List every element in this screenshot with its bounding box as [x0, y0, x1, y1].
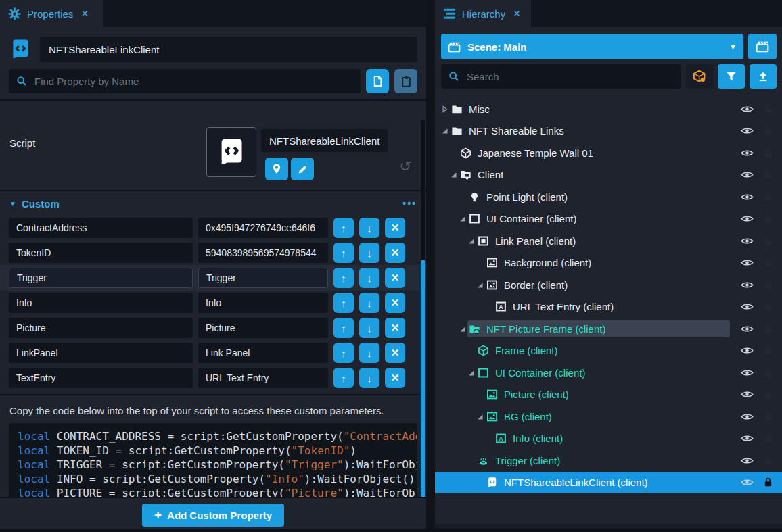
visibility-eye-icon[interactable] [741, 300, 754, 313]
lock-icon[interactable] [762, 213, 774, 224]
tab-hierarchy[interactable]: Hierarchy ✕ [435, 0, 531, 27]
visibility-eye-icon[interactable] [741, 454, 754, 467]
delete-property-button[interactable]: ✕ [385, 318, 405, 338]
find-in-project-button[interactable] [265, 158, 288, 180]
expanded-caret-icon[interactable] [440, 126, 449, 135]
custom-property-row[interactable]: InfoInfo↑↓✕ [9, 293, 417, 313]
panel-divider[interactable] [426, 0, 435, 532]
visibility-eye-icon[interactable] [741, 103, 754, 116]
edit-script-button[interactable] [291, 158, 314, 180]
move-up-button[interactable]: ↑ [334, 268, 354, 288]
move-up-button[interactable]: ↑ [334, 343, 354, 363]
visibility-eye-icon[interactable] [741, 212, 754, 225]
lock-icon[interactable] [762, 323, 774, 335]
lock-icon[interactable] [762, 455, 774, 466]
lock-icon[interactable] [762, 257, 774, 268]
property-name-field[interactable]: TokenID [9, 243, 193, 263]
move-up-button[interactable]: ↑ [334, 293, 354, 313]
move-down-button[interactable]: ↓ [359, 268, 380, 288]
visibility-eye-icon[interactable] [741, 235, 754, 247]
move-up-button[interactable]: ↑ [334, 318, 354, 338]
reset-icon[interactable]: ↺ [399, 159, 411, 173]
move-up-button[interactable]: ↑ [334, 218, 354, 238]
expanded-caret-icon[interactable] [467, 237, 476, 245]
visibility-eye-icon[interactable] [741, 432, 754, 445]
property-name-field[interactable]: Picture [9, 318, 193, 338]
close-icon[interactable]: ✕ [513, 8, 521, 19]
lock-icon[interactable] [762, 433, 774, 444]
expanded-caret-icon[interactable] [458, 324, 467, 333]
property-value-field[interactable]: 0x495f947276749ce646f6 [198, 218, 328, 238]
custom-property-row[interactable]: ContractAddress0x495f947276749ce646f6↑↓✕ [9, 218, 417, 238]
tree-row[interactable]: BG (client) [435, 406, 782, 428]
property-value-field[interactable]: Picture [198, 318, 328, 338]
visibility-eye-icon[interactable] [741, 147, 754, 160]
visibility-eye-icon[interactable] [741, 191, 754, 203]
lock-icon[interactable] [762, 477, 774, 488]
delete-property-button[interactable]: ✕ [385, 218, 405, 238]
tree-row[interactable]: Japanese Temple Wall 01 [435, 142, 782, 164]
scene-manager-button[interactable] [748, 34, 777, 59]
lock-icon[interactable] [762, 169, 774, 180]
lock-icon[interactable] [762, 147, 774, 159]
delete-property-button[interactable]: ✕ [385, 243, 405, 263]
properties-scrollbar[interactable] [421, 260, 426, 497]
tree-row[interactable]: AInfo (client) [435, 428, 782, 450]
script-thumbnail[interactable] [206, 127, 256, 177]
add-custom-property-button[interactable]: + Add Custom Property [142, 504, 284, 527]
custom-property-row[interactable]: PicturePicture↑↓✕ [9, 318, 417, 338]
property-name-field[interactable]: TextEntry [9, 368, 193, 388]
tree-row[interactable]: UI Container (client) [435, 208, 782, 231]
move-down-button[interactable]: ↓ [359, 368, 380, 388]
visibility-eye-icon[interactable] [741, 322, 754, 335]
lock-icon[interactable] [762, 389, 774, 400]
lock-icon[interactable] [762, 345, 774, 356]
visibility-eye-icon[interactable] [741, 366, 754, 379]
visibility-eye-icon[interactable] [741, 388, 754, 401]
tree-row[interactable]: Trigger (client) [435, 450, 782, 472]
move-down-button[interactable]: ↓ [359, 343, 380, 363]
expanded-caret-icon[interactable] [476, 412, 484, 421]
visibility-eye-icon[interactable] [741, 124, 754, 137]
paste-properties-button[interactable] [394, 69, 417, 93]
custom-property-row[interactable]: LinkPanelLink Panel↑↓✕ [9, 343, 417, 363]
property-value-field[interactable]: Trigger [198, 268, 328, 288]
lock-icon[interactable] [762, 235, 774, 247]
lock-icon[interactable] [762, 279, 774, 291]
property-name-field[interactable]: Info [9, 293, 193, 313]
move-down-button[interactable]: ↓ [359, 243, 380, 263]
tree-row[interactable]: UI Container (client) [435, 362, 782, 384]
tree-row[interactable]: Border (client) [435, 274, 782, 296]
object-name-input[interactable] [40, 37, 417, 62]
move-down-button[interactable]: ↓ [359, 218, 380, 238]
move-down-button[interactable]: ↓ [359, 318, 380, 338]
lock-icon[interactable] [762, 103, 774, 115]
collapse-caret-icon[interactable]: ▼ [9, 200, 16, 208]
tree-row[interactable]: Misc [435, 98, 782, 120]
property-search-input[interactable] [33, 75, 353, 88]
tree-row[interactable]: Frame (client) [435, 340, 782, 362]
property-name-field[interactable]: ContractAddress [9, 218, 193, 238]
hierarchy-search-input[interactable] [465, 70, 674, 83]
custom-section-header[interactable]: ▼ Custom ••• [0, 194, 426, 213]
custom-property-row[interactable]: TokenID594083989569574978544↑↓✕ [9, 243, 417, 263]
tree-row[interactable]: Client [435, 164, 782, 187]
lock-icon[interactable] [762, 411, 774, 422]
move-up-button[interactable]: ↑ [334, 368, 354, 388]
property-search-field[interactable] [9, 69, 361, 93]
move-up-button[interactable]: ↑ [334, 243, 354, 263]
code-snippet-box[interactable]: local CONTRACT_ADDRESS = script:GetCusto… [9, 423, 417, 497]
visibility-eye-icon[interactable] [741, 344, 754, 357]
delete-property-button[interactable]: ✕ [385, 268, 405, 288]
property-value-field[interactable]: Info [198, 293, 328, 313]
lock-icon[interactable] [762, 367, 774, 379]
visibility-eye-icon[interactable] [741, 256, 754, 269]
property-name-field[interactable]: LinkPanel [9, 343, 193, 363]
tree-row[interactable]: Link Panel (client) [435, 230, 782, 252]
lock-icon[interactable] [762, 125, 774, 137]
close-icon[interactable]: ✕ [80, 8, 89, 19]
delete-property-button[interactable]: ✕ [385, 293, 405, 313]
property-name-field[interactable]: Trigger [9, 268, 193, 288]
visibility-eye-icon[interactable] [741, 410, 754, 423]
tree-row[interactable]: NFT Shareable Links [435, 120, 782, 143]
